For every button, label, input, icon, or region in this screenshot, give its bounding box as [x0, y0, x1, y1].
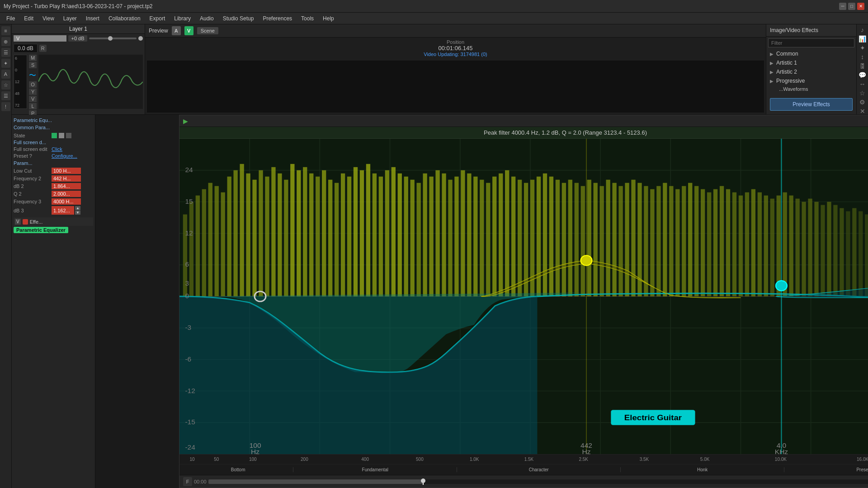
- content-area: Layer 1 V +0 dB 0.0 dB R: [12, 24, 868, 488]
- db3-down[interactable]: ▼: [75, 211, 80, 215]
- db3-up[interactable]: ▲: [75, 206, 80, 210]
- freq3-input[interactable]: [52, 198, 81, 205]
- tool-text[interactable]: A: [1, 70, 10, 79]
- menu-help[interactable]: Help: [318, 14, 339, 23]
- svg-rect-100: [694, 186, 698, 296]
- svg-text:Hz: Hz: [251, 449, 259, 454]
- right-icon-6[interactable]: 💬: [859, 71, 866, 79]
- transport-bar: F 00:00 01:14 X: [179, 475, 868, 488]
- artistic2-category-label: Artistic 2: [776, 69, 797, 75]
- state-check1[interactable]: [52, 133, 57, 138]
- svg-text:12: 12: [185, 230, 193, 236]
- fx-category-artistic1[interactable]: ▶ Artistic 1: [766, 58, 856, 67]
- menu-studio-setup[interactable]: Studio Setup: [218, 14, 259, 23]
- tool-alert[interactable]: !: [1, 102, 10, 111]
- right-icon-2[interactable]: 📊: [859, 35, 866, 42]
- right-icon-1[interactable]: ♪: [861, 26, 864, 33]
- svg-rect-110: [758, 192, 762, 296]
- fx-sub-waveforms[interactable]: ...Waveforms: [770, 85, 856, 93]
- o-button[interactable]: O: [29, 81, 37, 88]
- svg-rect-27: [233, 170, 237, 296]
- right-icon-5[interactable]: 🎛: [859, 62, 866, 70]
- filter-input[interactable]: [768, 38, 854, 47]
- svg-rect-24: [215, 186, 219, 296]
- svg-rect-121: [827, 202, 831, 296]
- f-button[interactable]: F: [183, 477, 192, 486]
- scene-button[interactable]: Scene: [197, 27, 218, 34]
- svg-text:100: 100: [250, 442, 261, 449]
- state-label: State: [14, 133, 50, 138]
- menu-export[interactable]: Export: [145, 14, 170, 23]
- close-button[interactable]: ✕: [857, 3, 864, 10]
- right-icon-8[interactable]: ☆: [859, 89, 865, 97]
- tool-layers[interactable]: ☰: [1, 48, 10, 57]
- m-button[interactable]: M: [29, 55, 37, 61]
- tool-select[interactable]: ≡: [1, 26, 10, 35]
- wave-icon: 〜: [29, 71, 37, 80]
- menu-layer[interactable]: Layer: [59, 14, 81, 23]
- fx-sub-portion[interactable]: ...portion: [770, 93, 856, 94]
- r-button[interactable]: R: [39, 45, 47, 52]
- menu-preferences[interactable]: Preferences: [258, 14, 297, 23]
- param-eq-label: Parametric Equ...: [14, 117, 93, 124]
- fx-v-btn[interactable]: V: [15, 219, 21, 225]
- tool-star[interactable]: ✦: [1, 59, 10, 68]
- right-icon-10[interactable]: ✕: [860, 108, 865, 115]
- maximize-button[interactable]: □: [848, 3, 855, 10]
- minimize-button[interactable]: ─: [839, 3, 846, 10]
- state-check2[interactable]: [59, 133, 64, 138]
- right-icon-9[interactable]: ⚙: [859, 99, 865, 106]
- low-cut-input[interactable]: [52, 168, 81, 174]
- eq-section: Parametric Equ... Common Para... State F…: [12, 115, 868, 488]
- y-button[interactable]: Y: [29, 89, 37, 95]
- db2-input[interactable]: [52, 183, 81, 189]
- q2-input[interactable]: [52, 191, 81, 197]
- tool-add[interactable]: ⊕: [1, 37, 10, 46]
- effects-panel: Image/Video Effects ▶ Common ▶ Artistic …: [766, 24, 856, 114]
- position-label: Position: [149, 39, 762, 45]
- menu-library[interactable]: Library: [170, 14, 195, 23]
- fx-category-common[interactable]: ▶ Common: [766, 49, 856, 58]
- section-fundamental: Fundamental: [293, 467, 457, 472]
- v-button-track[interactable]: V: [29, 96, 37, 102]
- right-icon-4[interactable]: ↕: [861, 53, 864, 61]
- preset-value[interactable]: Configure...: [52, 153, 77, 159]
- freq2-input[interactable]: [52, 175, 81, 182]
- right-icon-7[interactable]: ↔: [859, 80, 866, 88]
- menu-collaboration[interactable]: Collaboration: [104, 14, 145, 23]
- eq-graph[interactable]: 24 15 12 6 3 0 -3 -6 -12 -15 -24 24 15: [179, 139, 868, 454]
- menu-insert[interactable]: Insert: [81, 14, 104, 23]
- state-check3[interactable]: [66, 133, 71, 138]
- tool-fav[interactable]: ☆: [1, 80, 10, 89]
- menu-tools[interactable]: Tools: [297, 14, 318, 23]
- transport-timeline[interactable]: [208, 479, 868, 484]
- menu-file[interactable]: File: [2, 14, 19, 23]
- tool-list[interactable]: ☰: [1, 91, 10, 100]
- a-button[interactable]: A: [172, 26, 181, 35]
- svg-text:-3: -3: [185, 324, 191, 331]
- svg-rect-106: [732, 192, 736, 296]
- freq-10: 10: [183, 457, 201, 462]
- menu-edit[interactable]: Edit: [19, 14, 38, 23]
- full-screen-edit-value[interactable]: Click: [52, 146, 62, 152]
- volume-label: +0 dB: [68, 35, 87, 42]
- parametric-eq-badge[interactable]: Parametric Equalizer: [14, 227, 68, 233]
- fx-category-artistic2[interactable]: ▶ Artistic 2: [766, 67, 856, 76]
- menu-audio[interactable]: Audio: [195, 14, 218, 23]
- svg-rect-108: [745, 192, 749, 296]
- right-icon-3[interactable]: ✦: [860, 44, 865, 52]
- v-button-preview[interactable]: V: [184, 26, 193, 35]
- preview-effects-button[interactable]: Preview Effects: [770, 98, 853, 111]
- section-presence: Presence: [784, 467, 868, 472]
- svg-rect-61: [448, 180, 452, 296]
- track-name-input[interactable]: V: [14, 35, 66, 42]
- section-honk: Honk: [621, 467, 784, 472]
- menu-view[interactable]: View: [38, 14, 59, 23]
- svg-rect-38: [303, 167, 307, 296]
- svg-text:-12: -12: [185, 387, 195, 394]
- fx-category-progressive[interactable]: ▶ Progressive: [766, 76, 856, 85]
- l-button[interactable]: L: [29, 103, 37, 109]
- s-button[interactable]: S: [29, 62, 37, 68]
- freq-50: 50: [201, 457, 231, 462]
- db3-input[interactable]: [52, 206, 74, 215]
